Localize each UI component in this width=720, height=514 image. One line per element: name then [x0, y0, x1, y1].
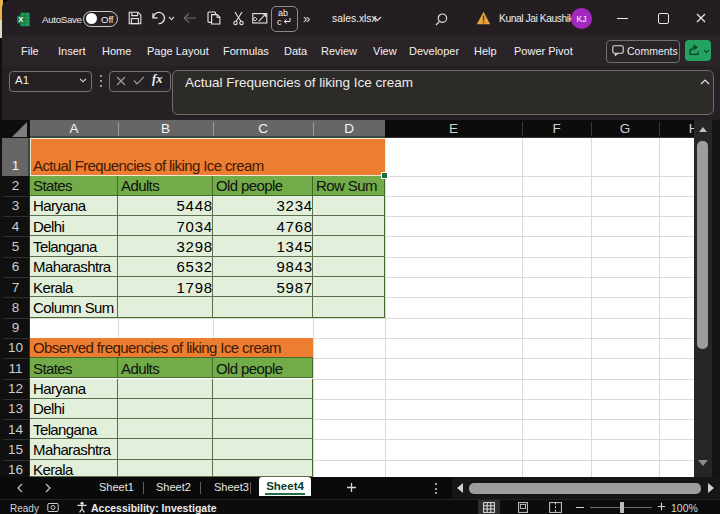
svg-text:X: X: [18, 15, 23, 24]
